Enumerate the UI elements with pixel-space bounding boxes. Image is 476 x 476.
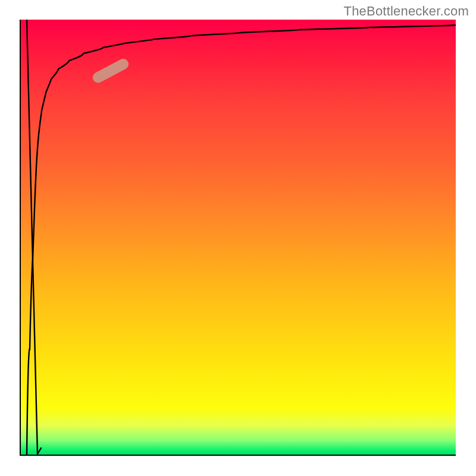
y-axis [20,20,21,456]
x-axis [20,455,456,456]
credit-label: TheBottlenecker.com [344,4,469,19]
curve-layer [20,20,456,456]
bottleneck-curve [27,25,456,456]
chart-canvas: TheBottlenecker.com [0,0,476,476]
